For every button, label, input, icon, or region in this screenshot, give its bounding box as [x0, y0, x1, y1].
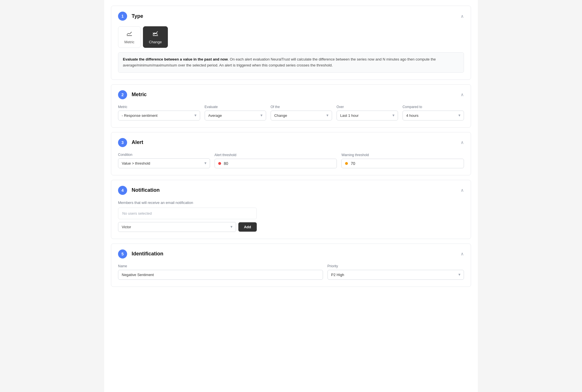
- change-icon: [152, 30, 159, 38]
- metric-chevron-icon: ∧: [461, 92, 464, 97]
- priority-select[interactable]: P2 High P1 Critical P3 Medium P4 Low: [328, 270, 464, 280]
- comparedto-select[interactable]: 4 hours 1 hour 2 hours 8 hours 24 hours: [403, 111, 464, 120]
- metric-header-left: 2 Metric: [118, 90, 147, 99]
- identification-fields-row: Name Priority P2 High P1 Critical P3 Med…: [118, 264, 464, 280]
- metric-section-header[interactable]: 2 Metric ∧: [111, 85, 471, 105]
- step-4-badge: 4: [118, 186, 127, 195]
- condition-select[interactable]: Value > threshold Value < threshold Valu…: [118, 158, 210, 168]
- alert-title: Alert: [132, 139, 143, 145]
- notification-content: Members that will receive an email notif…: [111, 201, 471, 239]
- notification-chevron-icon: ∧: [461, 188, 464, 193]
- identification-section: 5 Identification ∧ Name Priority P2 High…: [111, 244, 471, 287]
- identification-header-left: 5 Identification: [118, 249, 163, 259]
- type-chevron-icon: ∧: [461, 14, 464, 19]
- type-buttons-group: Metric Change: [118, 26, 464, 48]
- notification-section-header[interactable]: 4 Notification ∧: [111, 180, 471, 201]
- over-select-wrapper: Last 1 hour Last 5 minutes Last 15 minut…: [337, 111, 398, 120]
- priority-field-label: Priority: [328, 264, 464, 268]
- metric-select[interactable]: - Response sentiment: [118, 111, 200, 120]
- notification-header-left: 4 Notification: [118, 186, 160, 195]
- warning-threshold-label: Warning threshold: [341, 153, 464, 157]
- alert-header-left: 3 Alert: [118, 138, 143, 147]
- ofthe-field-label: Of the: [271, 105, 332, 109]
- metric-field-group: Metric - Response sentiment ▼: [118, 105, 200, 120]
- no-users-text: No users selected: [122, 211, 152, 216]
- step-2-badge: 2: [118, 90, 127, 99]
- alert-chevron-icon: ∧: [461, 140, 464, 145]
- add-user-row: Victor ▼ Add: [118, 222, 257, 232]
- ofthe-select-wrapper: Change ▼: [271, 111, 332, 120]
- identification-title: Identification: [132, 251, 163, 257]
- alert-fields-row: Condition Value > threshold Value < thre…: [118, 153, 464, 168]
- step-3-badge: 3: [118, 138, 127, 147]
- type-info-box: Evaluate the difference between a value …: [118, 52, 464, 73]
- metric-title: Metric: [132, 92, 147, 98]
- priority-select-wrapper: P2 High P1 Critical P3 Medium P4 Low ▼: [328, 270, 464, 280]
- name-field-group: Name: [118, 264, 323, 280]
- user-select[interactable]: Victor: [118, 222, 236, 232]
- identification-section-header[interactable]: 5 Identification ∧: [111, 244, 471, 264]
- evaluate-select[interactable]: Average Minimum Maximum Sum: [205, 111, 266, 120]
- alert-section: 3 Alert ∧ Condition Value > threshold Va…: [111, 132, 471, 175]
- type-content: Metric Change Evaluate the difference be…: [111, 26, 471, 79]
- notification-section: 4 Notification ∧ Members that will recei…: [111, 180, 471, 239]
- identification-chevron-icon: ∧: [461, 251, 464, 257]
- evaluate-select-wrapper: Average Minimum Maximum Sum ▼: [205, 111, 266, 120]
- comparedto-field-label: Compared to: [403, 105, 464, 109]
- warning-threshold-input-wrapper: [341, 159, 464, 168]
- comparedto-field-group: Compared to 4 hours 1 hour 2 hours 8 hou…: [403, 105, 464, 120]
- page-container: 1 Type ∧ Metric: [104, 0, 478, 392]
- metric-type-button[interactable]: Metric: [118, 26, 141, 48]
- alert-threshold-input-wrapper: [215, 159, 337, 168]
- condition-select-wrapper: Value > threshold Value < threshold Valu…: [118, 158, 210, 168]
- condition-field-group: Condition Value > threshold Value < thre…: [118, 153, 210, 168]
- step-5-badge: 5: [118, 249, 127, 259]
- condition-field-label: Condition: [118, 153, 210, 157]
- priority-field-group: Priority P2 High P1 Critical P3 Medium P…: [328, 264, 464, 280]
- warning-threshold-input[interactable]: [351, 161, 460, 166]
- warning-dot-icon: [345, 162, 348, 165]
- alert-threshold-label: Alert threshold: [215, 153, 337, 157]
- ofthe-field-group: Of the Change ▼: [271, 105, 332, 120]
- info-bold-text: Evaluate the difference between a value …: [123, 57, 228, 61]
- name-input[interactable]: [118, 270, 323, 280]
- notification-title: Notification: [132, 187, 160, 193]
- alert-threshold-input[interactable]: [224, 161, 333, 166]
- metric-section: 2 Metric ∧ Metric - Response sentiment ▼: [111, 84, 471, 128]
- alert-dot-icon: [218, 162, 221, 165]
- no-users-box: No users selected: [118, 208, 257, 219]
- alert-section-header[interactable]: 3 Alert ∧: [111, 132, 471, 153]
- ofthe-select[interactable]: Change: [271, 111, 332, 120]
- type-header-left: 1 Type: [118, 12, 143, 21]
- metric-content: Metric - Response sentiment ▼ Evaluate A…: [111, 105, 471, 127]
- metric-icon: [126, 30, 133, 38]
- metric-fields-row: Metric - Response sentiment ▼ Evaluate A…: [118, 105, 464, 120]
- comparedto-select-wrapper: 4 hours 1 hour 2 hours 8 hours 24 hours …: [403, 111, 464, 120]
- step-1-badge: 1: [118, 12, 127, 21]
- type-section: 1 Type ∧ Metric: [111, 6, 471, 80]
- name-field-label: Name: [118, 264, 323, 268]
- change-button-label: Change: [149, 40, 162, 44]
- type-title: Type: [132, 13, 143, 19]
- metric-field-label: Metric: [118, 105, 200, 109]
- metric-button-label: Metric: [124, 40, 134, 44]
- over-select[interactable]: Last 1 hour Last 5 minutes Last 15 minut…: [337, 111, 398, 120]
- alert-threshold-field-group: Alert threshold: [215, 153, 337, 168]
- add-user-button[interactable]: Add: [238, 222, 257, 232]
- user-select-wrapper: Victor ▼: [118, 222, 236, 232]
- alert-content: Condition Value > threshold Value < thre…: [111, 153, 471, 175]
- over-field-label: Over: [337, 105, 398, 109]
- over-field-group: Over Last 1 hour Last 5 minutes Last 15 …: [337, 105, 398, 120]
- evaluate-field-group: Evaluate Average Minimum Maximum Sum ▼: [205, 105, 266, 120]
- metric-select-wrapper: - Response sentiment ▼: [118, 111, 200, 120]
- evaluate-field-label: Evaluate: [205, 105, 266, 109]
- identification-content: Name Priority P2 High P1 Critical P3 Med…: [111, 264, 471, 287]
- change-type-button[interactable]: Change: [143, 26, 168, 48]
- type-section-header[interactable]: 1 Type ∧: [111, 6, 471, 26]
- members-label: Members that will receive an email notif…: [118, 201, 464, 205]
- warning-threshold-field-group: Warning threshold: [341, 153, 464, 168]
